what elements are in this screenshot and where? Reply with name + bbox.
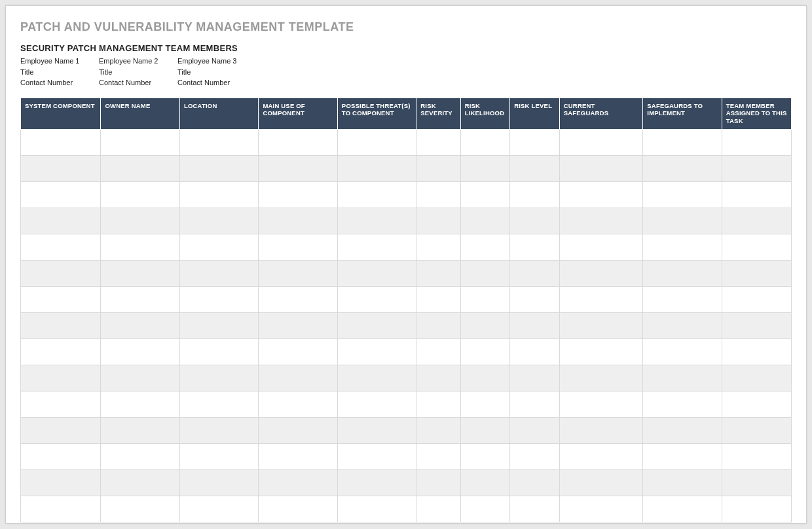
table-cell[interactable] — [460, 392, 510, 418]
table-cell[interactable] — [21, 339, 101, 365]
table-cell[interactable] — [460, 261, 510, 287]
table-cell[interactable] — [416, 444, 460, 470]
table-cell[interactable] — [559, 130, 643, 156]
table-cell[interactable] — [337, 261, 416, 287]
table-cell[interactable] — [416, 156, 460, 182]
table-cell[interactable] — [510, 234, 560, 261]
table-cell[interactable] — [510, 444, 560, 470]
table-cell[interactable] — [460, 130, 510, 156]
table-cell[interactable] — [21, 365, 101, 392]
table-cell[interactable] — [337, 444, 416, 470]
table-cell[interactable] — [101, 156, 179, 182]
table-cell[interactable] — [179, 287, 258, 313]
table-cell[interactable] — [460, 156, 510, 182]
table-cell[interactable] — [559, 234, 643, 261]
table-cell[interactable] — [722, 234, 791, 261]
table-cell[interactable] — [510, 182, 560, 208]
table-cell[interactable] — [179, 130, 258, 156]
table-cell[interactable] — [101, 261, 179, 287]
table-cell[interactable] — [259, 261, 337, 287]
table-cell[interactable] — [21, 313, 101, 339]
table-cell[interactable] — [722, 182, 791, 208]
table-cell[interactable] — [416, 208, 460, 234]
table-cell[interactable] — [559, 496, 643, 522]
table-cell[interactable] — [510, 418, 560, 444]
table-cell[interactable] — [643, 339, 722, 365]
table-cell[interactable] — [559, 444, 643, 470]
table-cell[interactable] — [21, 208, 101, 234]
table-cell[interactable] — [101, 130, 179, 156]
table-cell[interactable] — [259, 182, 337, 208]
table-cell[interactable] — [101, 287, 179, 313]
table-cell[interactable] — [722, 365, 791, 392]
table-cell[interactable] — [722, 470, 791, 496]
table-cell[interactable] — [101, 234, 179, 261]
table-cell[interactable] — [643, 156, 722, 182]
table-cell[interactable] — [722, 261, 791, 287]
table-cell[interactable] — [643, 261, 722, 287]
table-cell[interactable] — [559, 339, 643, 365]
table-cell[interactable] — [722, 313, 791, 339]
table-cell[interactable] — [460, 182, 510, 208]
table-cell[interactable] — [259, 156, 337, 182]
table-cell[interactable] — [337, 418, 416, 444]
table-cell[interactable] — [416, 418, 460, 444]
table-cell[interactable] — [460, 313, 510, 339]
table-cell[interactable] — [510, 208, 560, 234]
table-cell[interactable] — [643, 130, 722, 156]
table-cell[interactable] — [21, 392, 101, 418]
table-cell[interactable] — [179, 182, 258, 208]
table-cell[interactable] — [416, 261, 460, 287]
table-cell[interactable] — [179, 365, 258, 392]
table-cell[interactable] — [101, 496, 179, 522]
table-cell[interactable] — [416, 130, 460, 156]
table-cell[interactable] — [510, 156, 560, 182]
table-cell[interactable] — [416, 182, 460, 208]
table-cell[interactable] — [643, 444, 722, 470]
table-cell[interactable] — [643, 287, 722, 313]
table-cell[interactable] — [460, 496, 510, 522]
table-cell[interactable] — [259, 392, 337, 418]
table-cell[interactable] — [101, 208, 179, 234]
table-cell[interactable] — [179, 261, 258, 287]
table-cell[interactable] — [722, 130, 791, 156]
table-cell[interactable] — [416, 287, 460, 313]
table-cell[interactable] — [337, 365, 416, 392]
table-cell[interactable] — [460, 418, 510, 444]
table-cell[interactable] — [722, 339, 791, 365]
table-cell[interactable] — [559, 392, 643, 418]
table-cell[interactable] — [416, 313, 460, 339]
table-cell[interactable] — [559, 182, 643, 208]
table-cell[interactable] — [101, 365, 179, 392]
table-cell[interactable] — [722, 392, 791, 418]
table-cell[interactable] — [460, 234, 510, 261]
table-cell[interactable] — [101, 470, 179, 496]
table-cell[interactable] — [643, 313, 722, 339]
table-cell[interactable] — [510, 470, 560, 496]
table-cell[interactable] — [21, 261, 101, 287]
table-cell[interactable] — [21, 496, 101, 522]
table-cell[interactable] — [416, 392, 460, 418]
table-cell[interactable] — [259, 418, 337, 444]
table-cell[interactable] — [101, 313, 179, 339]
table-cell[interactable] — [101, 418, 179, 444]
table-cell[interactable] — [559, 470, 643, 496]
table-cell[interactable] — [643, 392, 722, 418]
table-cell[interactable] — [643, 182, 722, 208]
table-cell[interactable] — [510, 339, 560, 365]
table-cell[interactable] — [259, 234, 337, 261]
table-cell[interactable] — [21, 470, 101, 496]
table-cell[interactable] — [337, 208, 416, 234]
table-cell[interactable] — [416, 470, 460, 496]
table-cell[interactable] — [510, 313, 560, 339]
table-cell[interactable] — [722, 444, 791, 470]
table-cell[interactable] — [259, 208, 337, 234]
table-cell[interactable] — [510, 130, 560, 156]
table-cell[interactable] — [643, 418, 722, 444]
table-cell[interactable] — [21, 418, 101, 444]
table-cell[interactable] — [643, 470, 722, 496]
table-cell[interactable] — [460, 287, 510, 313]
table-cell[interactable] — [510, 287, 560, 313]
table-cell[interactable] — [21, 234, 101, 261]
table-cell[interactable] — [416, 234, 460, 261]
